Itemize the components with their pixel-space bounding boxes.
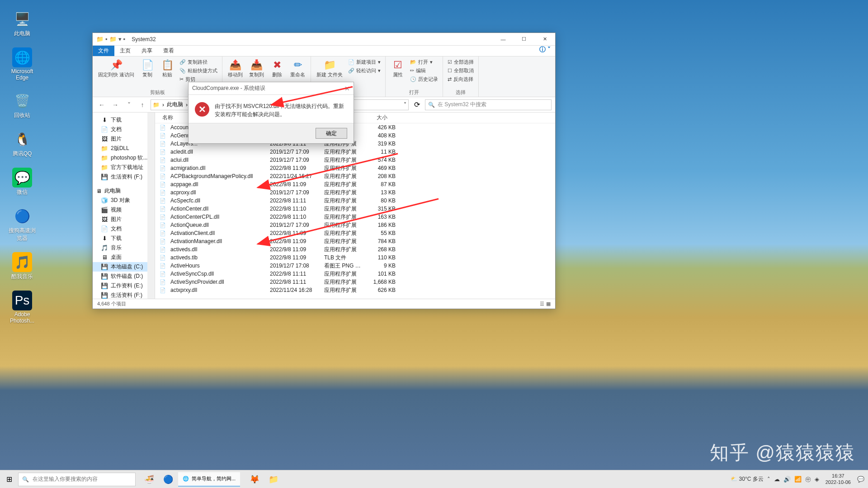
nav-item[interactable]: 📁官方下载地址 bbox=[93, 163, 155, 172]
history-button[interactable]: 🕓 历史记录 bbox=[409, 75, 439, 83]
taskbar-app-icon[interactable]: 🍜 bbox=[140, 470, 158, 488]
nav-item[interactable]: 📁2版DLL bbox=[93, 144, 155, 153]
delete-button[interactable]: ✖删除 bbox=[269, 58, 286, 79]
file-row[interactable]: 📄acmigration.dll2022/9/8 11:09应用程序扩展469 … bbox=[155, 164, 555, 172]
file-row[interactable]: 📄activeds.dll2022/9/8 11:09应用程序扩展268 KB bbox=[155, 245, 555, 253]
ok-button[interactable]: 确定 bbox=[316, 128, 347, 139]
nav-item[interactable]: 🖼图片 bbox=[93, 215, 155, 224]
tray-ime-icon[interactable]: ㊥ bbox=[805, 475, 811, 483]
nav-back-button[interactable]: ← bbox=[96, 99, 107, 110]
tray-network-icon[interactable]: 📶 bbox=[794, 476, 802, 483]
start-button[interactable]: ⊞ bbox=[0, 470, 18, 488]
nav-item[interactable]: 📁photoshop 软... bbox=[93, 153, 155, 163]
tray-expand-icon[interactable]: ˄ bbox=[767, 476, 770, 483]
nav-item[interactable]: 🎵音乐 bbox=[93, 243, 155, 253]
pin-button[interactable]: 📌固定到快 速访问 bbox=[96, 58, 136, 79]
nav-item[interactable]: 📄文档 bbox=[93, 125, 155, 134]
help-icon[interactable]: ⓘ ˅ bbox=[535, 46, 555, 56]
file-row[interactable]: 📄ActiveSyncCsp.dll2022/9/8 11:11应用程序扩展10… bbox=[155, 270, 555, 278]
nav-item[interactable]: 📄文档 bbox=[93, 224, 155, 234]
weather-widget[interactable]: ⛅ 30°C 多云 bbox=[731, 475, 764, 483]
desktop-icon[interactable]: 🌐Microsoft Edge bbox=[7, 47, 38, 81]
view-thumbs-icon[interactable]: ▦ bbox=[546, 301, 551, 307]
clock[interactable]: 16:372022-10-06 bbox=[823, 473, 854, 485]
minimize-button[interactable]: — bbox=[493, 33, 514, 46]
close-icon[interactable]: ✕ bbox=[344, 85, 350, 92]
file-row[interactable]: 📄ActivationClient.dll2022/9/8 11:09应用程序扩… bbox=[155, 229, 555, 237]
close-button[interactable]: ✕ bbox=[534, 33, 555, 46]
rename-button[interactable]: ✏重命名 bbox=[288, 58, 307, 79]
file-row[interactable]: 📄aclui.dll2019/12/7 17:09应用程序扩展574 KB bbox=[155, 156, 555, 164]
taskbar-firefox-icon[interactable]: 🦊 bbox=[245, 470, 264, 488]
nav-item[interactable]: ⬇下载 bbox=[93, 115, 155, 125]
tray-cloud-icon[interactable]: ☁ bbox=[774, 476, 780, 483]
file-row[interactable]: 📄activeds.tlb2022/9/8 11:09TLB 文件110 KB bbox=[155, 253, 555, 262]
selectall-button[interactable]: ☑ 全部选择 bbox=[447, 58, 475, 66]
file-row[interactable]: 📄ActionCenterCPL.dll2022/9/8 11:10应用程序扩展… bbox=[155, 213, 555, 221]
moveto-button[interactable]: 📤移动到 bbox=[226, 58, 245, 79]
desktop-icon[interactable]: 🐧腾讯QQ bbox=[7, 129, 38, 158]
nav-item[interactable]: 🧊3D 对象 bbox=[93, 196, 155, 205]
tab-share[interactable]: 共享 bbox=[136, 46, 158, 56]
copypath-button[interactable]: 🔗 复制路径 bbox=[179, 58, 218, 66]
invert-button[interactable]: ⇄ 反向选择 bbox=[447, 75, 475, 83]
file-row[interactable]: 📄actxprxy.dll2022/11/24 16:28应用程序扩展626 K… bbox=[155, 286, 555, 294]
file-row[interactable]: 📄acproxy.dll2019/12/7 17:09应用程序扩展13 KB bbox=[155, 188, 555, 197]
desktop-icon[interactable]: 🔵搜狗高速浏览器 bbox=[7, 206, 38, 242]
paste-button[interactable]: 📋粘贴 bbox=[159, 58, 176, 79]
file-row[interactable]: 📄ActivationManager.dll2022/9/8 11:09应用程序… bbox=[155, 237, 555, 245]
taskbar-explorer-icon[interactable]: 📁 bbox=[264, 470, 283, 488]
nav-item[interactable]: 💾软件磁盘 (D:) bbox=[93, 272, 155, 281]
notifications-icon[interactable]: 💬 bbox=[857, 476, 864, 483]
navigation-pane[interactable]: ⬇下载📄文档🖼图片📁2版DLL📁photoshop 软...📁官方下载地址💾生活… bbox=[93, 113, 155, 299]
taskbar-app-icon[interactable]: 🔵 bbox=[159, 470, 177, 488]
nav-item[interactable]: 🖥桌面 bbox=[93, 253, 155, 262]
desktop-icon[interactable]: 🗑️回收站 bbox=[7, 91, 38, 119]
view-details-icon[interactable]: ☰ bbox=[540, 301, 544, 307]
nav-item[interactable]: 💾工作资料 (E:) bbox=[93, 281, 155, 291]
nav-item[interactable]: 🎬视频 bbox=[93, 205, 155, 215]
nav-thispc[interactable]: 🖥此电脑 bbox=[93, 186, 155, 196]
newfolder-button[interactable]: 📁新建 文件夹 bbox=[315, 58, 344, 79]
nav-item[interactable]: 💾本地磁盘 (C:) bbox=[93, 262, 155, 272]
pasteshortcut-button[interactable]: 📎 粘贴快捷方式 bbox=[179, 67, 218, 75]
desktop-icon[interactable]: 💬微信 bbox=[7, 168, 38, 196]
properties-button[interactable]: ☑属性 bbox=[389, 58, 406, 79]
nav-item[interactable]: 💾生活资料 (F:) bbox=[93, 291, 155, 299]
nav-forward-button[interactable]: → bbox=[110, 99, 121, 110]
nav-scrollbar[interactable] bbox=[147, 113, 155, 299]
file-row[interactable]: 📄ACPBackgroundManagerPolicy.dll2022/11/2… bbox=[155, 172, 555, 180]
file-row[interactable]: 📄acppage.dll2022/9/8 11:09应用程序扩展87 KB bbox=[155, 180, 555, 188]
dropdown-icon[interactable]: ˅ bbox=[404, 102, 406, 108]
tab-home[interactable]: 主页 bbox=[114, 46, 136, 56]
taskbar-window-tab[interactable]: 🌐 简单导航，简约网... bbox=[178, 472, 240, 487]
tab-view[interactable]: 查看 bbox=[158, 46, 179, 56]
file-row[interactable]: 📄ActiveSyncProvider.dll2022/9/8 11:11应用程… bbox=[155, 278, 555, 286]
file-row[interactable]: 📄ActionCenter.dll2022/9/8 11:10应用程序扩展315… bbox=[155, 205, 555, 213]
file-row[interactable]: 📄ActiveHours2019/12/7 17:08看图王 PNG 图片...… bbox=[155, 262, 555, 270]
nav-item[interactable]: 💾生活资料 (F:) bbox=[93, 172, 155, 182]
file-list[interactable]: 📄Account...426 KB📄AcGenral...408 KB📄AcLa… bbox=[155, 123, 555, 299]
tab-file[interactable]: 文件 bbox=[93, 46, 114, 56]
taskbar-search[interactable]: 🔍 在这里输入你要搜索的内容 bbox=[18, 473, 136, 486]
refresh-button[interactable]: ⟳ bbox=[411, 100, 422, 109]
file-row[interactable]: 📄ActionQueue.dll2019/12/7 17:09应用程序扩展186… bbox=[155, 221, 555, 229]
nav-item[interactable]: 🖼图片 bbox=[93, 134, 155, 144]
tray-volume-icon[interactable]: 🔊 bbox=[783, 476, 791, 483]
desktop-icon[interactable]: 🎵酷我音乐 bbox=[7, 252, 38, 281]
desktop-icon[interactable]: 🖥️此电脑 bbox=[7, 9, 38, 38]
dialog-titlebar[interactable]: CloudCompare.exe - 系统错误 ✕ bbox=[189, 82, 354, 95]
titlebar[interactable]: 📁 ▪ 📁 ▾ ▪ System32 — ☐ ✕ bbox=[93, 33, 555, 46]
open-button[interactable]: 📂 打开 ▾ bbox=[409, 58, 439, 66]
desktop-icon[interactable]: PsAdobe Photosh... bbox=[7, 291, 38, 324]
nav-item[interactable]: ⬇下载 bbox=[93, 234, 155, 243]
taskbar[interactable]: ⊞ 🔍 在这里输入你要搜索的内容 🍜 🔵 🌐 简单导航，简约网... 🦊 📁 ⛅… bbox=[0, 470, 868, 488]
selectnone-button[interactable]: ☐ 全部取消 bbox=[447, 67, 475, 75]
nav-up-button[interactable]: ↑ bbox=[137, 99, 148, 110]
copyto-button[interactable]: 📥复制到 bbox=[247, 58, 266, 79]
maximize-button[interactable]: ☐ bbox=[514, 33, 534, 46]
nav-recent-button[interactable]: ˅ bbox=[123, 99, 134, 110]
easyaccess-button[interactable]: 🔗 轻松访问 ▾ bbox=[347, 67, 382, 75]
tray-app-icon[interactable]: ◈ bbox=[815, 476, 819, 483]
file-row[interactable]: 📄AcSpecfc.dll2022/9/8 11:11应用程序扩展80 KB bbox=[155, 197, 555, 205]
